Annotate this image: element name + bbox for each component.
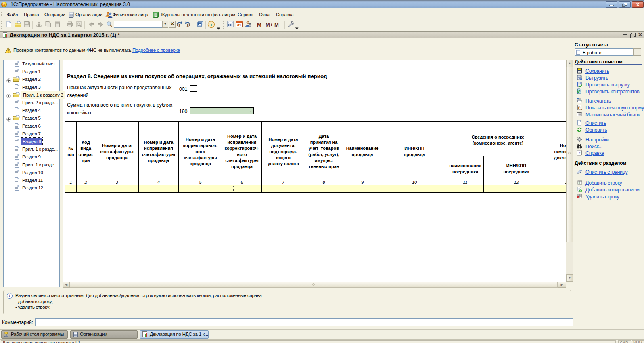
svg-text:31: 31 [237, 23, 241, 27]
svg-text:i: i [211, 21, 212, 27]
svg-text:?: ? [579, 151, 581, 155]
